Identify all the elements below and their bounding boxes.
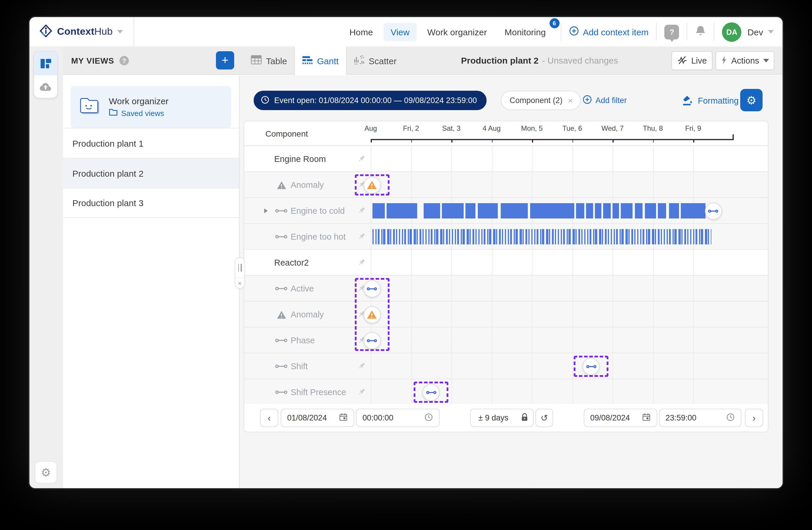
gantt-bar-segment[interactable] [576, 203, 584, 219]
sidebar-splitter[interactable]: × [235, 257, 245, 289]
tab-scatter[interactable]: Scatter [346, 46, 404, 75]
axis-label: Mon, 5 [514, 124, 550, 132]
range-button[interactable]: ± 9 days [470, 409, 517, 427]
event-marker-interval[interactable] [363, 332, 380, 349]
saved-views-link[interactable]: Saved views [109, 108, 169, 118]
tab-gantt[interactable]: Gantt [294, 46, 346, 75]
gantt-bar-segment[interactable] [478, 203, 498, 219]
cloud-upload-icon[interactable] [34, 75, 57, 98]
event-marker-warning[interactable] [363, 176, 380, 193]
chevron-down-icon[interactable] [768, 30, 774, 33]
gantt-bar-segment[interactable] [501, 203, 528, 219]
time-range-bar: ‹ 01/08/2024 00:00:00 ± 9 days ↺ [244, 404, 768, 432]
collapse-sidebar-icon[interactable]: × [235, 278, 244, 288]
bell-icon[interactable] [695, 25, 706, 39]
sidebar-view-item-production-plant-2[interactable]: Production plant 2 [63, 158, 239, 188]
clock-icon [261, 95, 270, 106]
formatting-button[interactable]: Formatting [681, 91, 739, 110]
table-icon [251, 55, 262, 67]
sidebar-view-item-production-plant-1[interactable]: Production plant 1 [63, 128, 239, 158]
clock-icon [424, 413, 433, 423]
event-marker-warning[interactable] [363, 306, 380, 323]
gantt-bar-segment[interactable] [635, 203, 642, 219]
sidebar-view-item-production-plant-3[interactable]: Production plant 3 [63, 188, 239, 218]
end-date-field[interactable]: 09/08/2024 [584, 409, 657, 427]
drag-handle-icon[interactable] [235, 258, 244, 278]
event-marker-interval[interactable] [363, 280, 380, 297]
avatar[interactable]: DA [722, 22, 742, 42]
gantt-bar-segment[interactable] [658, 203, 666, 219]
pin-icon[interactable] [357, 206, 366, 215]
lock-range-button[interactable] [516, 409, 534, 427]
logo-zone[interactable]: ContextHub [29, 17, 134, 46]
pin-icon[interactable] [357, 154, 366, 163]
expand-icon[interactable] [264, 208, 268, 213]
gantt-bar-segment[interactable] [424, 203, 440, 219]
row-interval-icon [274, 224, 288, 250]
event-open-filter-chip[interactable]: Event open: 01/08/2024 00:00:00 — 09/08/… [253, 91, 486, 110]
help-icon[interactable]: ? [665, 25, 679, 39]
add-view-button[interactable]: + [216, 51, 234, 69]
step-forward-button[interactable]: › [745, 409, 763, 427]
work-organizer-card[interactable]: Work organizer Saved views [71, 86, 231, 128]
pin-icon[interactable] [357, 258, 366, 267]
row-interval-icon [274, 276, 288, 302]
nav-item-view[interactable]: View [383, 23, 417, 41]
add-context-item-button[interactable]: Add context item [569, 26, 649, 38]
gantt-bar-segment[interactable] [603, 203, 610, 219]
axis-tick [693, 140, 694, 142]
row-interval-icon [274, 198, 288, 224]
gantt-bar-segment[interactable] [621, 203, 633, 219]
gantt-bar-segment[interactable] [681, 203, 705, 219]
gantt-bar-segment[interactable] [530, 203, 574, 219]
row-label: Anomaly [291, 180, 324, 190]
remove-filter-icon[interactable]: × [568, 95, 573, 106]
view-title: Production plant 2 - Unsaved changes [410, 46, 669, 74]
settings-gear-icon[interactable]: ⚙ [35, 461, 57, 484]
actions-button[interactable]: Actions [715, 51, 774, 70]
nav-item-home[interactable]: Home [343, 23, 380, 41]
step-back-button[interactable]: ‹ [260, 409, 278, 427]
live-button[interactable]: Live [671, 51, 713, 70]
gantt-bar-segment[interactable] [372, 203, 385, 219]
gantt-row-anomaly: Anomaly [244, 302, 768, 327]
component-filter-chip[interactable]: Component (2) × [501, 91, 581, 110]
main-content: Event open: 01/08/2024 00:00:00 — 09/08/… [240, 75, 783, 488]
gantt-bar-segment[interactable] [645, 203, 656, 219]
gantt-bar-dense[interactable] [372, 229, 711, 245]
end-time-field[interactable]: 23:59:00 [659, 409, 741, 427]
add-filter-button[interactable]: Add filter [582, 91, 627, 110]
history-button[interactable]: ↺ [535, 409, 553, 427]
nav-item-monitoring[interactable]: Monitoring6 [497, 23, 553, 41]
gridline [693, 146, 694, 405]
nav-menu: HomeViewWork organizerMonitoring6 [339, 23, 553, 41]
gantt-bar-segment[interactable] [586, 203, 593, 219]
scatter-icon [353, 55, 364, 67]
start-time-field[interactable]: 00:00:00 [356, 409, 439, 427]
gantt-row-phase: Phase [244, 327, 768, 353]
gantt-bar-segment[interactable] [669, 203, 679, 219]
gantt-bar-segment[interactable] [612, 203, 619, 219]
gantt-bar-segment[interactable] [465, 203, 476, 219]
start-date-field[interactable]: 01/08/2024 [281, 409, 354, 427]
folder-smiley-icon [79, 96, 101, 118]
gantt-bar-segment[interactable] [386, 203, 417, 219]
nav-right: HomeViewWork organizerMonitoring6 Add co… [134, 17, 783, 46]
app-title: ContextHub [57, 26, 113, 38]
gantt-bar-segment[interactable] [595, 203, 601, 219]
tab-table[interactable]: Table [244, 46, 294, 75]
nav-item-work-organizer[interactable]: Work organizer [420, 23, 494, 41]
gantt-bar-segment[interactable] [442, 203, 463, 219]
row-label: Shift [291, 362, 308, 371]
event-marker-interval[interactable] [582, 358, 599, 375]
row-label: Active [291, 284, 314, 293]
pin-icon[interactable] [357, 388, 366, 396]
page-title: Production plant 2 [461, 55, 538, 65]
views-layout-icon[interactable] [34, 52, 57, 75]
chevron-down-icon[interactable] [117, 30, 123, 33]
pin-icon[interactable] [357, 232, 366, 241]
gantt-settings-button[interactable]: ⚙ [740, 89, 763, 111]
bar-end-marker[interactable] [705, 202, 722, 219]
help-circle-icon[interactable]: ? [119, 56, 129, 65]
pin-icon[interactable] [357, 362, 366, 371]
